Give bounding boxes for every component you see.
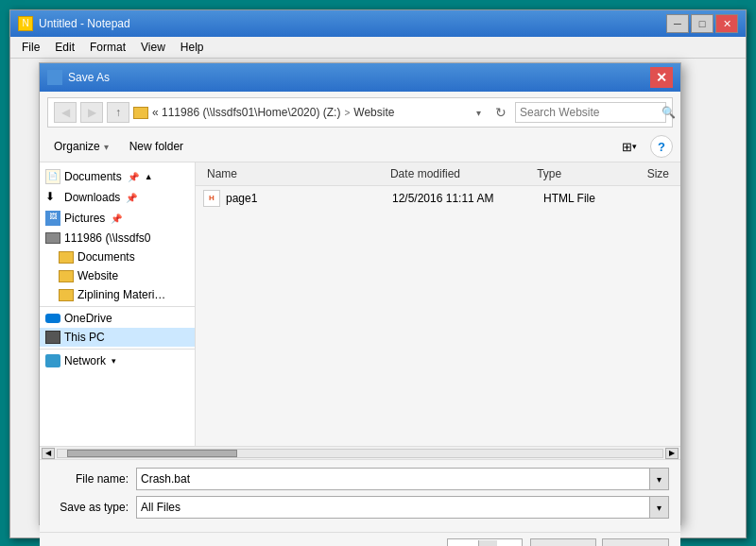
path-separator: >	[344, 108, 350, 118]
file-icon: H	[203, 190, 220, 207]
dialog-icon	[47, 70, 62, 85]
encoding-dropdown[interactable]: ANSI ▾	[447, 538, 523, 546]
col-header-name[interactable]: Name	[203, 165, 387, 182]
savetype-label: Save as type:	[51, 501, 136, 514]
menu-format[interactable]: Format	[82, 39, 133, 56]
file-area: Name Date modified Type Size H page1 12/…	[196, 162, 680, 446]
savetype-value: All Files	[137, 501, 649, 514]
folder-icon-website	[59, 270, 74, 282]
scroll-left-btn[interactable]: ◀	[42, 448, 55, 459]
sidebar-item-ziplining-label: Ziplining Materi…	[77, 288, 165, 301]
filename-row: File name: ▾	[51, 468, 669, 490]
menu-edit[interactable]: Edit	[47, 39, 82, 56]
search-input[interactable]	[520, 106, 662, 119]
view-toggle-btn[interactable]: ⊞ ▾	[616, 135, 643, 158]
encoding-dropdown-arrow[interactable]: ▾	[478, 540, 497, 546]
scroll-right-btn[interactable]: ▶	[665, 448, 679, 459]
col-header-size[interactable]: Size	[644, 165, 673, 182]
scrollbar-track[interactable]	[57, 449, 663, 458]
notepad-controls: ─ □ ✕	[666, 14, 738, 33]
sidebar-item-thispc[interactable]: This PC	[40, 328, 195, 347]
horizontal-scrollbar: ◀ ▶	[40, 446, 680, 459]
sidebar-item-drive-label: 111986 (\\lssdfs0	[64, 231, 150, 245]
cancel-button[interactable]: Cancel	[602, 538, 669, 546]
organize-label: Organize	[54, 140, 100, 153]
save-as-dialog: Save As ✕ ◀ ▶ ↑ « 111986 (\\lssdfs01\Hom…	[39, 62, 681, 525]
menu-file[interactable]: File	[14, 39, 47, 56]
view-dropdown-icon: ▾	[632, 142, 637, 151]
menu-view[interactable]: View	[133, 39, 173, 56]
sidebar-item-downloads-label: Downloads	[64, 191, 120, 204]
help-btn[interactable]: ?	[650, 135, 673, 158]
notepad-close-btn[interactable]: ✕	[715, 14, 738, 33]
sidebar-item-downloads[interactable]: ⬇ Downloads 📌	[40, 187, 195, 208]
sidebar-item-documents-label: Documents	[64, 170, 122, 183]
folder-icon-ziplining	[59, 289, 74, 301]
path-part-2[interactable]: Website	[353, 106, 394, 119]
sidebar-item-ziplining[interactable]: Ziplining Materi…	[40, 285, 195, 304]
address-dropdown-btn[interactable]: ▾	[470, 102, 487, 123]
bottom-bar: ∧ Hide Folders Encoding: ANSI ▾ Save Can…	[40, 532, 680, 546]
notepad-icon: N	[18, 16, 33, 31]
sidebar-item-onedrive[interactable]: OneDrive	[40, 309, 195, 328]
savetype-dropdown-wrapper[interactable]: All Files ▾	[136, 496, 669, 519]
table-row[interactable]: H page1 12/5/2016 11:11 AM HTML File	[196, 186, 680, 211]
pin-icon-pictures: 📌	[111, 213, 122, 224]
pin-icon-downloads: 📌	[126, 193, 137, 203]
pictures-icon: 🖼	[45, 211, 60, 226]
sidebar-item-drive[interactable]: 111986 (\\lssdfs0	[40, 229, 195, 247]
save-button[interactable]: Save	[530, 538, 595, 546]
organize-dropdown-arrow: ▾	[104, 142, 109, 152]
nav-up-btn[interactable]: ↑	[107, 102, 129, 123]
dialog-content: 📄 Documents 📌 ▲ ⬇ Downloads 📌 🖼 Pictures…	[40, 162, 680, 446]
sidebar-item-website-label: Website	[77, 269, 118, 282]
sidebar-divider-2	[40, 349, 195, 350]
sidebar-item-onedrive-label: OneDrive	[64, 312, 112, 325]
file-cell-type: HTML File	[543, 192, 657, 205]
col-header-date[interactable]: Date modified	[387, 165, 533, 182]
sidebar-item-thispc-label: This PC	[64, 331, 105, 344]
sidebar-item-pictures[interactable]: 🖼 Pictures 📌	[40, 208, 195, 229]
path-folder-icon	[133, 107, 148, 119]
filename-input[interactable]	[137, 469, 649, 489]
nav-back-btn[interactable]: ◀	[54, 102, 77, 123]
notepad-minimize-btn[interactable]: ─	[666, 14, 689, 33]
notepad-titlebar: N Untitled - Notepad ─ □ ✕	[10, 10, 746, 37]
drive-icon	[45, 232, 60, 244]
network-dropdown-arrow: ▾	[112, 356, 116, 366]
dialog-close-btn[interactable]: ✕	[650, 67, 673, 88]
menu-help[interactable]: Help	[173, 39, 212, 56]
new-folder-label: New folder	[129, 140, 183, 153]
new-folder-btn[interactable]: New folder	[123, 136, 190, 157]
savetype-dropdown-arrow[interactable]: ▾	[649, 497, 668, 518]
path-part-1[interactable]: « 111986 (\\lssdfs01\Home\2020) (Z:)	[152, 106, 340, 119]
file-cell-name: H page1	[203, 190, 392, 207]
dialog-bottom: File name: ▾ Save as type: All Files ▾	[40, 459, 680, 532]
notepad-maximize-btn[interactable]: □	[691, 14, 713, 33]
sidebar-item-documents2-label: Documents	[77, 250, 135, 264]
sidebar-item-documents2[interactable]: Documents	[40, 247, 195, 266]
col-header-type[interactable]: Type	[533, 165, 643, 182]
address-path: « 111986 (\\lssdfs01\Home\2020) (Z:) > W…	[133, 106, 466, 119]
address-refresh-btn[interactable]: ↻	[490, 102, 511, 123]
network-icon	[45, 354, 60, 367]
sidebar-item-website[interactable]: Website	[40, 266, 195, 285]
sidebar-item-pictures-label: Pictures	[64, 212, 105, 225]
notepad-menubar: File Edit Format View Help	[10, 37, 746, 59]
file-name: page1	[226, 192, 257, 205]
dialog-toolbar: Organize ▾ New folder ⊞ ▾ ?	[40, 133, 680, 162]
dialog-title: Save As	[68, 71, 650, 84]
nav-forward-btn[interactable]: ▶	[80, 102, 103, 123]
search-icon: 🔍	[662, 106, 676, 119]
file-list-header: Name Date modified Type Size	[196, 162, 680, 186]
filename-input-wrapper: ▾	[136, 468, 669, 490]
sidebar-item-documents[interactable]: 📄 Documents 📌 ▲	[40, 166, 195, 187]
sidebar-item-network-label: Network	[64, 354, 106, 367]
scrollbar-thumb[interactable]	[67, 450, 237, 457]
notepad-title: Untitled - Notepad	[39, 17, 666, 30]
savetype-row: Save as type: All Files ▾	[51, 496, 669, 519]
notepad-window: N Untitled - Notepad ─ □ ✕ File Edit For…	[9, 9, 747, 538]
organize-btn[interactable]: Organize ▾	[47, 136, 115, 157]
sidebar-item-network[interactable]: Network ▾	[40, 351, 195, 370]
filename-dropdown-arrow[interactable]: ▾	[649, 469, 668, 489]
